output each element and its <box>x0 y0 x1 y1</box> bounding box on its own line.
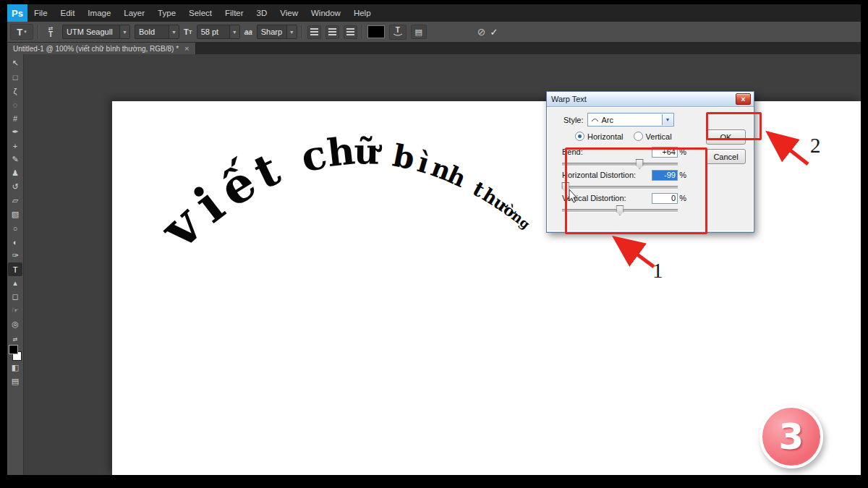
screenshot-stage: Ps FileEditImageLayerTypeSelectFilter3DV… <box>0 0 868 488</box>
foreground-background-swatches[interactable] <box>9 345 22 361</box>
menu-item-layer[interactable]: Layer <box>117 9 151 17</box>
clone-stamp-tool[interactable]: ♟ <box>8 166 22 180</box>
chevron-down-icon[interactable]: ▼ <box>286 25 297 38</box>
hand-tool[interactable]: ☞ <box>8 304 22 317</box>
annotation-number-1: 1 <box>652 259 663 283</box>
healing-brush-tool[interactable]: + <box>8 139 22 153</box>
horizontal-radio-label: Horizontal <box>587 132 624 141</box>
anti-alias-select[interactable]: Sharp ▼ <box>257 25 297 39</box>
text-orientation-toggle[interactable]: ⇄ T <box>43 26 58 38</box>
menu-item-select[interactable]: Select <box>182 9 218 17</box>
radio-icon <box>634 132 643 141</box>
swap-colors-icon[interactable]: ⇄ <box>13 335 18 343</box>
step-badge: 3 <box>760 405 823 468</box>
menu-item-view[interactable]: View <box>273 9 305 17</box>
document-tab-bar: Untitled-1 @ 100% (viết chữ bình thường,… <box>7 43 861 54</box>
tools-list: ↖□ζ◌#✒+✎♟↺▱▧○◐✑T▴◻☞◎ <box>8 56 22 331</box>
dodge-tool[interactable]: ◐ <box>8 235 22 249</box>
screen-mode-button[interactable]: ▤ <box>8 374 22 388</box>
divider <box>38 25 39 39</box>
blur-tool[interactable]: ○ <box>8 221 22 235</box>
close-icon[interactable]: × <box>184 45 189 52</box>
annotation-box-sliders <box>565 147 707 234</box>
horizontal-radio[interactable]: Horizontal <box>575 132 624 141</box>
align-left-icon <box>310 28 318 35</box>
menu-items: FileEditImageLayerTypeSelectFilter3DView… <box>27 4 378 22</box>
chevron-down-icon[interactable]: ▼ <box>662 114 673 125</box>
font-family-value: UTM Seagull <box>63 27 119 36</box>
warp-text-button[interactable]: T <box>389 25 407 40</box>
letter-t-icon: T <box>48 32 53 38</box>
annotation-number-2: 2 <box>810 134 821 158</box>
menu-bar: Ps FileEditImageLayerTypeSelectFilter3DV… <box>7 4 861 22</box>
zoom-tool[interactable]: ◎ <box>8 317 22 331</box>
history-brush-tool[interactable]: ↺ <box>8 180 22 194</box>
brush-tool[interactable]: ✎ <box>8 153 22 166</box>
text-color-swatch[interactable] <box>367 25 385 38</box>
anti-alias-icon: aa <box>244 28 252 36</box>
font-family-select[interactable]: UTM Seagull ▼ <box>62 25 130 39</box>
crop-tool[interactable]: # <box>8 111 22 125</box>
document-tab-title: Untitled-1 @ 100% (viết chữ bình thường,… <box>13 45 179 53</box>
align-right-icon <box>346 28 354 35</box>
photoshop-window: Ps FileEditImageLayerTypeSelectFilter3DV… <box>7 4 861 475</box>
chevron-down-icon[interactable]: ▼ <box>119 25 129 38</box>
align-right-button[interactable] <box>344 25 357 39</box>
path-selection-tool[interactable]: ▴ <box>8 276 22 290</box>
commit-edits-button[interactable]: ✓ <box>490 27 498 38</box>
warp-text-icon: T <box>396 27 400 33</box>
radio-icon <box>575 132 584 141</box>
menu-item-file[interactable]: File <box>27 9 54 17</box>
align-center-button[interactable] <box>326 25 339 39</box>
align-left-button[interactable] <box>307 25 321 39</box>
menu-item-image[interactable]: Image <box>81 9 117 17</box>
menu-item-type[interactable]: Type <box>151 9 182 17</box>
chevron-down-icon[interactable]: ▼ <box>169 25 179 38</box>
menu-item-3d[interactable]: 3D <box>250 9 274 17</box>
vertical-radio-label: Vertical <box>646 132 672 141</box>
pen-tool[interactable]: ✑ <box>8 249 22 262</box>
vertical-radio[interactable]: Vertical <box>634 132 672 141</box>
style-value: Arc <box>602 116 659 124</box>
type-tool[interactable]: T <box>8 262 22 276</box>
cancel-edits-button[interactable]: ⊘ <box>477 26 486 38</box>
font-style-value: Bold <box>135 27 169 36</box>
document-tab[interactable]: Untitled-1 @ 100% (viết chữ bình thường,… <box>7 43 196 54</box>
move-tool[interactable]: ↖ <box>8 56 22 70</box>
tools-panel: ↖□ζ◌#✒+✎♟↺▱▧○◐✑T▴◻☞◎ ⇄ ◧ ▤ <box>7 54 24 475</box>
shape-tool[interactable]: ◻ <box>8 290 22 304</box>
font-size-select[interactable]: 58 pt ▼ <box>197 25 240 39</box>
menu-item-filter[interactable]: Filter <box>218 9 250 17</box>
cancel-button[interactable]: Cancel <box>706 149 746 164</box>
font-style-select[interactable]: Bold ▼ <box>135 25 179 39</box>
options-bar: T ▾ ⇄ T UTM Seagull ▼ Bold ▼ TT 58 pt ▼ <box>7 22 861 43</box>
warp-arc-icon <box>393 33 403 37</box>
dialog-titlebar[interactable]: Warp Text × <box>547 92 754 107</box>
quick-selection-tool[interactable]: ◌ <box>8 98 22 111</box>
style-dropdown[interactable]: Arc ▼ <box>587 113 674 127</box>
chevron-down-icon: ▾ <box>24 29 27 35</box>
rectangular-marquee-tool[interactable]: □ <box>8 70 22 84</box>
arc-style-icon <box>591 116 599 123</box>
toggle-panels-button[interactable]: ▤ <box>411 25 427 39</box>
eyedropper-tool[interactable]: ✒ <box>8 125 22 139</box>
menu-item-help[interactable]: Help <box>347 9 378 17</box>
annotation-box-ok <box>706 112 762 140</box>
type-tool-preset[interactable]: T ▾ <box>10 24 33 40</box>
eraser-tool[interactable]: ▱ <box>8 194 22 207</box>
gradient-tool[interactable]: ▧ <box>8 207 22 221</box>
lasso-tool[interactable]: ζ <box>8 84 22 98</box>
menu-item-edit[interactable]: Edit <box>54 9 82 17</box>
font-size-icon: TT <box>184 27 192 36</box>
divider <box>302 25 303 39</box>
dialog-close-button[interactable]: × <box>736 93 751 105</box>
foreground-color-swatch[interactable] <box>9 345 18 354</box>
photoshop-logo: Ps <box>7 4 27 22</box>
menu-item-window[interactable]: Window <box>305 9 347 17</box>
quick-mask-button[interactable]: ◧ <box>8 361 22 374</box>
align-center-icon <box>328 28 336 35</box>
anti-alias-value: Sharp <box>258 27 286 36</box>
chevron-down-icon[interactable]: ▼ <box>229 25 239 38</box>
dialog-title: Warp Text <box>551 95 736 103</box>
divider <box>362 25 363 39</box>
